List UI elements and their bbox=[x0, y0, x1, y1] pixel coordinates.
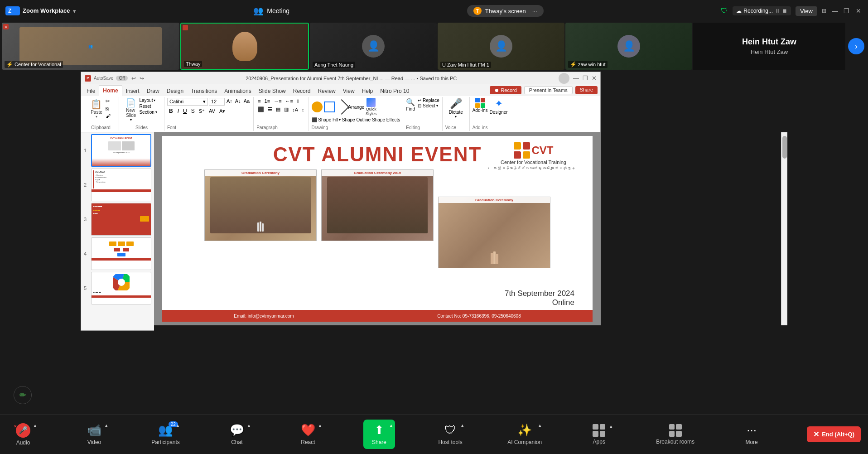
slide-preview-5[interactable]: ■■ ■■ ■■ bbox=[91, 272, 151, 304]
tab-design[interactable]: Design bbox=[163, 86, 187, 96]
clear-format-btn[interactable]: Aa bbox=[243, 98, 251, 106]
replace-button[interactable]: ↩ Replace bbox=[418, 98, 439, 103]
font-size-selector[interactable]: 12 bbox=[209, 98, 225, 106]
charspacing-button[interactable]: AV bbox=[207, 108, 217, 114]
indent-increase-btn[interactable]: →≡ bbox=[272, 98, 283, 105]
slide-preview-1[interactable]: CVT ALUMNI EVENT 7th September 2024 bbox=[91, 134, 151, 167]
bullet-list-btn[interactable]: ≡ bbox=[256, 98, 262, 105]
ppt-restore-btn[interactable]: ❐ bbox=[583, 75, 588, 82]
apps-caret[interactable]: ▲ bbox=[609, 424, 613, 429]
scrollbar-thumb[interactable] bbox=[782, 136, 787, 159]
participant-thumb-5[interactable]: 👤 ⚡ zaw win htut bbox=[565, 23, 692, 70]
participants-caret[interactable]: ▲ bbox=[176, 423, 180, 428]
next-participant-button[interactable]: › bbox=[848, 38, 864, 54]
tab-help[interactable]: Help bbox=[358, 86, 377, 96]
section-button[interactable]: Section ▾ bbox=[139, 110, 157, 115]
app-chevron[interactable]: ▾ bbox=[73, 8, 76, 14]
pause-icon[interactable]: ⏸ bbox=[775, 8, 780, 14]
record-button[interactable]: ⏺Record bbox=[490, 86, 521, 94]
participant-thumb-3[interactable]: 👤 Aung Thet Naung bbox=[310, 23, 437, 70]
slide-preview-4[interactable] bbox=[91, 237, 151, 270]
share-caret[interactable]: ▲ bbox=[389, 423, 393, 428]
slide-thumbnail-2[interactable]: 2 AGENDA • Opening • Presentation • Q&A … bbox=[84, 169, 151, 201]
redo-icon[interactable]: ↪ bbox=[140, 75, 144, 82]
react-caret[interactable]: ▲ bbox=[318, 423, 322, 428]
annotation-button[interactable]: ✏ bbox=[14, 386, 32, 404]
shape-fill-btn[interactable]: ⬛ Shape Fill ▾ bbox=[312, 117, 341, 122]
tab-animations[interactable]: Animations bbox=[221, 86, 255, 96]
layout-button[interactable]: Layout ▾ bbox=[139, 98, 157, 103]
fontcolor-button[interactable]: A▾ bbox=[218, 108, 227, 115]
end-meeting-button[interactable]: ✕ End (Alt+Q) bbox=[807, 426, 861, 442]
find-button[interactable]: 🔍 Find bbox=[406, 98, 415, 111]
tab-file[interactable]: File bbox=[83, 86, 99, 96]
host-tools-caret[interactable]: ▲ bbox=[460, 423, 464, 428]
arrange-button[interactable]: Arrange bbox=[348, 105, 365, 110]
paste-button[interactable]: 📋 Paste ▾ bbox=[90, 98, 103, 120]
minimize-button[interactable]: — bbox=[831, 7, 839, 15]
screen-share-more[interactable]: ··· bbox=[532, 8, 537, 14]
tab-home[interactable]: Home bbox=[99, 85, 122, 96]
slide-thumbnail-1[interactable]: 1 CVT ALUMNI EVENT 7th September 2024 bbox=[84, 134, 151, 167]
slide-panel[interactable]: 1 CVT ALUMNI EVENT 7th September 2024 2 … bbox=[81, 132, 154, 331]
toolbar-react[interactable]: ❤️ React ▲ bbox=[292, 420, 324, 449]
toolbar-breakout[interactable]: Breakout rooms bbox=[654, 420, 696, 449]
toolbar-host-tools[interactable]: 🛡 Host tools ▲ bbox=[434, 420, 466, 449]
quick-styles-button[interactable]: QuickStyles bbox=[366, 98, 377, 116]
tab-draw[interactable]: Draw bbox=[143, 86, 163, 96]
tab-nitro[interactable]: Nitro Pro 10 bbox=[376, 86, 413, 96]
audio-caret[interactable]: ▲ bbox=[33, 423, 37, 428]
italic-button[interactable]: I bbox=[176, 107, 180, 115]
tab-transitions[interactable]: Transitions bbox=[187, 86, 221, 96]
chat-caret[interactable]: ▲ bbox=[247, 423, 251, 428]
tab-view[interactable]: View bbox=[339, 86, 358, 96]
format-painter-button[interactable]: 🖌 bbox=[104, 113, 112, 119]
font-family-selector[interactable]: Calibri ▾ bbox=[167, 98, 208, 106]
autosave-toggle[interactable]: Off bbox=[116, 76, 127, 81]
slide-preview-3[interactable]: ■■■■■■■■ ■■■■■■ ■■■■ → bbox=[91, 203, 151, 236]
text-direction-btn[interactable]: ↕A bbox=[291, 106, 299, 113]
toolbar-video[interactable]: 📹 Video ▲ bbox=[78, 420, 110, 449]
cut-button[interactable]: ✂ bbox=[104, 98, 112, 105]
bold-button[interactable]: B bbox=[167, 107, 175, 115]
maximize-button[interactable]: ❐ bbox=[843, 7, 851, 15]
align-right-btn[interactable]: ▤ bbox=[275, 106, 282, 113]
ppt-close-btn[interactable]: ✕ bbox=[592, 75, 597, 82]
tab-insert[interactable]: Insert bbox=[122, 86, 143, 96]
slide-preview-2[interactable]: AGENDA • Opening • Presentation • Q&A • … bbox=[91, 169, 151, 201]
user-avatar[interactable] bbox=[559, 73, 569, 84]
shape-effects-btn[interactable]: Shape Effects bbox=[372, 117, 400, 122]
reset-button[interactable]: Reset bbox=[139, 104, 157, 109]
align-center-btn[interactable]: ☰ bbox=[266, 106, 274, 113]
tab-review[interactable]: Review bbox=[314, 86, 339, 96]
participant-thumb-1[interactable]: 👥 ⚡ Center for Vocational C bbox=[2, 23, 179, 70]
toolbar-ai-companion[interactable]: ✨ AI Companion ▲ bbox=[506, 420, 544, 449]
increase-font-btn[interactable]: A↑ bbox=[226, 98, 233, 106]
underline-button[interactable]: U bbox=[182, 107, 188, 115]
addins-button[interactable]: Add-ins bbox=[473, 98, 488, 113]
slide-thumbnail-5[interactable]: 5 ■■ ■■ ■■ bbox=[84, 272, 151, 304]
view-button[interactable]: View bbox=[796, 6, 817, 16]
justify-btn[interactable]: ▥ bbox=[283, 106, 290, 113]
video-caret[interactable]: ▲ bbox=[104, 423, 108, 428]
share-button[interactable]: Share bbox=[575, 86, 598, 94]
columns-btn[interactable]: ⫴ bbox=[295, 98, 300, 105]
toolbar-share[interactable]: ⬆ Share ▲ bbox=[363, 420, 395, 449]
slide-thumbnail-3[interactable]: 3 ■■■■■■■■ ■■■■■■ ■■■■ → bbox=[84, 203, 151, 236]
copy-button[interactable]: ⎘ bbox=[104, 106, 112, 112]
participant-thumb-4[interactable]: 👤 U Zaw Min Htut FM 1 bbox=[438, 23, 564, 70]
toolbar-audio[interactable]: 🎤 ✕ Audio ▲ bbox=[7, 420, 39, 449]
line-spacing-btn[interactable]: ↕ bbox=[300, 106, 306, 113]
toolbar-participants[interactable]: 👥 22 Participants ▲ bbox=[149, 420, 182, 449]
toolbar-apps[interactable]: Apps ▲ bbox=[583, 420, 615, 449]
select-button[interactable]: ⊡ Select ▾ bbox=[418, 103, 439, 108]
numbered-list-btn[interactable]: 1≡ bbox=[263, 98, 272, 105]
tab-record[interactable]: Record bbox=[289, 86, 314, 96]
designer-button[interactable]: ✦ Designer bbox=[490, 98, 508, 115]
toolbar-more[interactable]: ··· More bbox=[736, 420, 767, 449]
ai-companion-caret[interactable]: ▲ bbox=[538, 423, 542, 428]
present-in-teams-button[interactable]: Present in Teams bbox=[524, 86, 573, 94]
toolbar-chat[interactable]: 💬 Chat ▲ bbox=[221, 420, 253, 449]
shape-oval[interactable] bbox=[312, 101, 323, 112]
close-button[interactable]: ✕ bbox=[854, 7, 863, 15]
